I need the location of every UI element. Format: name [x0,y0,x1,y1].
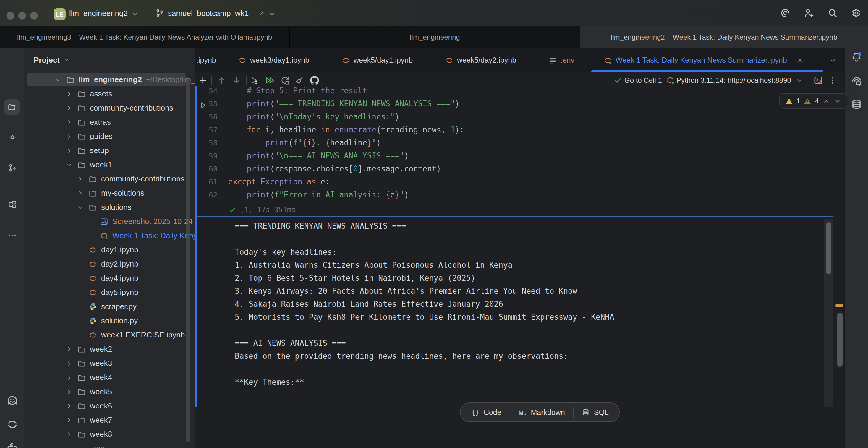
restart-kernel-button[interactable] [280,76,290,85]
chevron-right-icon[interactable] [77,189,84,196]
chevron-right-icon[interactable] [77,175,84,182]
tree-item-week6[interactable]: week6 [24,399,194,413]
tree-item-week3[interactable]: week3 [24,356,194,370]
tree-item-my-solutions[interactable]: my-solutions [24,186,194,200]
run-all-cells-button[interactable] [265,76,274,85]
chevron-right-icon[interactable] [66,90,73,97]
folder-icon [78,104,86,112]
tree-item-community-contributions[interactable]: community-contributions [24,101,194,115]
branch-switcher[interactable]: samuel_bootcamp_wk1 [168,0,249,26]
tree-item-week1-exercise-ipynb[interactable]: week1 EXERCISE.ipynb [24,328,194,342]
editor-scrollbar-thumb[interactable] [837,313,843,367]
folder-icon [8,103,16,111]
add-cell-button[interactable] [198,76,208,85]
tree-item-label: Screenshot 2025-10-24 at [112,217,194,226]
window-tab-llm-engineering2[interactable]: llm_engineering2 – Week 1 Task: Daily Ke… [580,26,868,49]
github-button[interactable] [310,76,319,85]
chevron-right-icon[interactable] [66,374,73,381]
clear-outputs-button[interactable] [294,76,304,85]
chevron-right-icon[interactable] [66,147,73,154]
tree-item-day5-ipynb[interactable]: day5.ipynb [24,285,194,299]
chevron-right-icon[interactable] [66,104,73,111]
add-sql-cell-button[interactable]: SQL [574,403,617,421]
run-line-marker[interactable] [199,101,208,109]
tree-item-llm-engineering2[interactable]: llm_engineering2~/Desktop/llm_en [24,73,194,86]
pull-requests-tool-button[interactable] [8,163,17,172]
line-number: 58 [193,138,218,151]
ai-mention-button[interactable] [780,8,790,18]
tree-item-env[interactable]: .env [24,442,194,448]
ai-assistant-tool-button[interactable] [851,76,862,87]
notifications-button[interactable] [851,52,862,63]
structure-tool-button[interactable] [8,200,17,209]
next-warning-button[interactable] [834,97,841,105]
tree-item-extras[interactable]: extras [24,115,194,129]
search-button[interactable] [827,8,838,18]
huggingface-tool-button[interactable] [6,395,18,407]
chevron-right-icon[interactable] [66,416,73,423]
tree-item-week-1-task-daily-kenyan[interactable]: Week 1 Task: Daily Kenyan [24,229,194,242]
jupyter-tool-button[interactable] [6,418,18,430]
window-minimize-button[interactable] [18,12,26,20]
more-tools-button[interactable] [8,230,17,240]
tree-item-day1-ipynb[interactable]: day1.ipynb [24,243,194,257]
editor-tab-week3-day1-ipynb[interactable]: week3/day1.ipynb [226,49,322,72]
commit-tool-button[interactable] [8,132,17,142]
chevron-down-icon[interactable] [66,161,73,168]
tree-item-week1[interactable]: week1 [24,158,194,171]
tree-item-scraper-py[interactable]: scraper.py [24,300,194,313]
tree-item-assets[interactable]: assets [24,87,194,100]
project-tree-scrollbar[interactable] [186,77,190,442]
output-scrollbar-thumb[interactable] [826,222,831,274]
add-markdown-cell-button[interactable]: M↓ Markdown [510,403,573,421]
project-switcher[interactable]: llm_engineering2 [69,0,128,26]
tree-item-week5[interactable]: week5 [24,385,194,398]
tree-item-solution-py[interactable]: solution.py [24,314,194,327]
tree-item-week4[interactable]: week4 [24,371,194,384]
editor-tab-ipynb[interactable]: .ipynb [196,49,216,72]
tree-item-week2[interactable]: week2 [24,342,194,356]
inspection-widget[interactable]: 1 4 [779,93,847,109]
window-close-button[interactable] [6,12,14,20]
jupyter-console-button[interactable] [814,76,823,85]
warning-icon [785,97,793,105]
move-cell-up-button[interactable] [217,76,226,85]
add-code-cell-button[interactable]: {} Code [463,403,510,421]
tab-list-chevron-button[interactable] [829,57,837,64]
chevron-right-icon[interactable] [66,119,73,126]
run-cell-button[interactable] [250,76,259,85]
more-options-button[interactable] [828,76,837,85]
chevron-right-icon[interactable] [66,360,73,367]
chevron-right-icon[interactable] [66,430,73,438]
editor-tab-week-1-task-daily-kenyan-news-summarizer-ipynb[interactable]: Week 1 Task: Daily Kenyan News Summarize… [591,49,816,72]
chevron-down-icon[interactable] [54,76,61,83]
tree-item-week7[interactable]: week7 [24,413,194,427]
chevron-down-icon[interactable] [77,203,84,211]
tree-item-community-contributions[interactable]: community-contributions [24,172,194,186]
editor-tab-week5-day1-ipynb[interactable]: week5/day1.ipynb [329,49,425,72]
tree-item-day2-ipynb[interactable]: day2.ipynb [24,257,194,271]
window-tab-llm-engineering[interactable]: llm_engineering [290,26,581,49]
tree-item-setup[interactable]: setup [24,143,194,157]
tree-item-label: my-solutions [101,189,144,197]
chevron-right-icon[interactable] [66,133,73,140]
tree-item-solutions[interactable]: solutions [24,200,194,214]
chevron-right-icon[interactable] [66,388,73,395]
tree-item-screenshot-2025-10-24-at[interactable]: Screenshot 2025-10-24 at [24,215,194,228]
chevron-right-icon[interactable] [66,346,73,353]
window-tab-llm-engineering3[interactable]: llm_engineering3 – Week 1 Task: Kenyan D… [0,26,290,49]
database-tool-button[interactable] [851,99,862,110]
window-zoom-button[interactable] [30,12,38,20]
settings-button[interactable] [851,8,862,18]
tree-item-week8[interactable]: week8 [24,427,194,441]
move-cell-down-button[interactable] [232,76,241,85]
editor-tab-week5-day2-ipynb[interactable]: week5/day2.ipynb [433,49,529,72]
tree-item-day4-ipynb[interactable]: day4.ipynb [24,271,194,285]
chevron-right-icon[interactable] [66,402,73,409]
close-icon[interactable] [797,57,804,64]
python-console-tool-button[interactable] [6,442,18,448]
add-user-button[interactable] [804,8,814,18]
tree-item-guides[interactable]: guides [24,129,194,143]
previous-warning-button[interactable] [823,97,830,105]
editor-tab-env[interactable]: .env [536,49,587,72]
